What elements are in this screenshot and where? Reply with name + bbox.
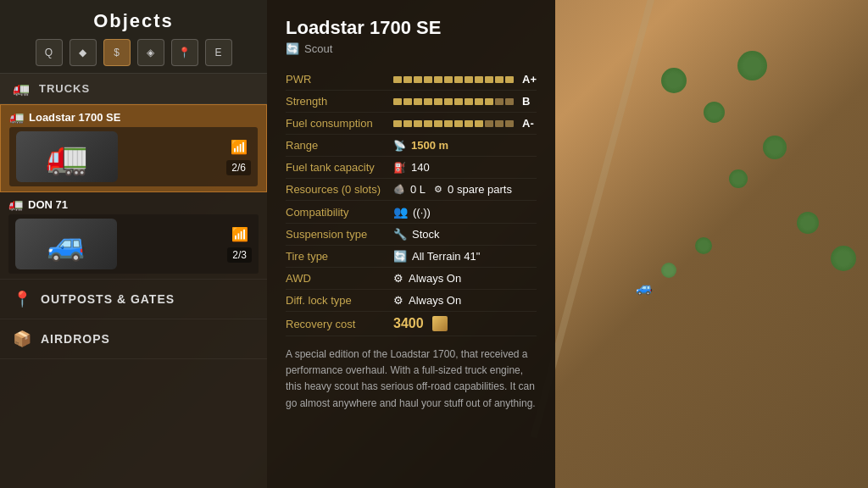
stat-value-recovery-cost: 3400 (393, 312, 537, 336)
stat-row-compatibility: Compatibility 👥 ((·)) (286, 201, 537, 224)
stats-table: PWR A+ (286, 69, 537, 336)
suspension-value: Stock (412, 228, 440, 241)
stat-label-pwr: PWR (286, 69, 393, 91)
detail-panel: Loadstar 1700 SE 🔄 Scout PWR (267, 0, 555, 488)
resources-gear-icon: ⚙ (434, 184, 442, 195)
fuel-tank-icon: ⛽ (393, 162, 406, 174)
vehicle-don71-image (15, 219, 117, 269)
stat-value-fuel-consumption: A- (393, 113, 537, 134)
range-icon: 📡 (393, 140, 406, 152)
suspension-icon: 🔧 (393, 228, 407, 241)
sidebar: Objects Q ◆ $ ◈ 📍 E 🚛 TRUCKS 🚛 Loadstar … (0, 0, 267, 488)
vehicle-don71-count: 2/3 (227, 247, 252, 263)
map-tree (695, 237, 712, 254)
vehicle-don71-side-info: 📶 2/3 (227, 226, 252, 263)
map-tree (797, 212, 819, 234)
vehicle-loadstar-name: Loadstar 1700 SE (29, 111, 120, 124)
vehicle-don71-name: DON 71 (28, 198, 68, 211)
diff-lock-value: Always On (409, 294, 461, 307)
stat-value-awd: ⚙ Always On (393, 268, 537, 289)
fuel-tank-value: 140 (411, 161, 430, 174)
vehicle-loadstar-icon: 🚛 (9, 110, 24, 124)
stat-row-strength: Strength B (286, 91, 537, 113)
detail-title: Loadstar 1700 SE (286, 17, 537, 39)
stat-row-resources: Resources (0 slots) 🪨 0 L ⚙ 0 spare part… (286, 179, 537, 201)
awd-icon: ⚙ (393, 272, 403, 285)
resources-rock-icon: 🪨 (393, 184, 405, 195)
vehicle-item-don71[interactable]: 🚛 DON 71 📶 2/3 (0, 192, 267, 280)
stat-row-awd: AWD ⚙ Always On (286, 268, 537, 290)
outposts-icon: 📍 (13, 290, 32, 308)
vehicle-don71-header: 🚛 DON 71 (8, 197, 259, 211)
filter-btn-q[interactable]: Q (36, 39, 63, 66)
pwr-bar (393, 76, 514, 83)
filter-btn-e[interactable]: E (205, 39, 232, 66)
stat-row-recovery-cost: Recovery cost 3400 (286, 312, 537, 336)
vehicle-loadstar-image (16, 131, 118, 182)
coins-icon (432, 316, 448, 331)
vehicle-don71-icon: 🚛 (8, 197, 23, 211)
map-tree (737, 51, 767, 80)
detail-subtitle: 🔄 Scout (286, 42, 537, 55)
stat-row-fuel-consumption: Fuel consumption A- (286, 113, 537, 135)
stat-label-suspension: Suspension type (286, 224, 393, 246)
stat-label-compatibility: Compatibility (286, 201, 393, 224)
map-tree (704, 102, 725, 123)
sidebar-header: Objects Q ◆ $ ◈ 📍 E (0, 0, 267, 74)
vehicle-loadstar-image-area: 📶 2/6 (9, 127, 258, 186)
airdrops-section[interactable]: 📦 AIRDROPS (0, 319, 267, 359)
stat-value-resources: 🪨 0 L ⚙ 0 spare parts (393, 179, 537, 200)
diff-lock-icon: ⚙ (393, 294, 403, 307)
tire-value: All Terrain 41" (412, 250, 480, 263)
filter-btn-pin[interactable]: 📍 (171, 39, 198, 66)
map-tree (661, 263, 676, 278)
filter-btn-hex[interactable]: ◈ (137, 39, 164, 66)
fuel-consumption-grade: A- (522, 117, 534, 130)
stat-row-pwr: PWR A+ (286, 69, 537, 91)
vehicle-loadstar-count: 2/6 (226, 160, 251, 175)
stat-label-range: Range (286, 135, 393, 157)
filter-btn-diamond[interactable]: ◆ (70, 39, 97, 66)
compatibility-value: ((·)) (413, 206, 431, 219)
stat-value-diff-lock: ⚙ Always On (393, 290, 537, 311)
sidebar-title: Objects (0, 10, 267, 32)
stat-row-diff-lock: Diff. lock type ⚙ Always On (286, 290, 537, 312)
subtitle-arrow-icon: 🔄 (286, 42, 299, 55)
stat-row-suspension: Suspension type 🔧 Stock (286, 224, 537, 246)
map-car-icon: 🚙 (636, 280, 653, 296)
vehicle-description: A special edition of the Loadstar 1700, … (286, 347, 537, 412)
stat-value-suspension: 🔧 Stock (393, 224, 537, 245)
map-tree (729, 169, 748, 188)
stat-label-fuel-tank: Fuel tank capacity (286, 157, 393, 179)
vehicle-item-loadstar[interactable]: 🚛 Loadstar 1700 SE 📶 2/6 (0, 104, 267, 192)
stat-value-pwr: A+ (393, 69, 537, 90)
tire-icon: 🔄 (393, 250, 407, 263)
truck-section-icon: 🚛 (13, 80, 31, 97)
stat-label-recovery-cost: Recovery cost (286, 312, 393, 336)
vehicle-don71-image-area: 📶 2/3 (8, 214, 259, 274)
stat-label-awd: AWD (286, 268, 393, 290)
signal-icon: 📶 (231, 139, 248, 155)
stat-value-tire: 🔄 All Terrain 41" (393, 246, 537, 267)
stat-label-diff-lock: Diff. lock type (286, 290, 393, 312)
airdrops-label: AIRDROPS (41, 332, 110, 346)
pwr-grade: A+ (522, 73, 537, 86)
signal-icon-2: 📶 (231, 226, 248, 242)
resources-liquid-value: 0 L (410, 183, 426, 196)
outposts-gates-section[interactable]: 📍 OUTPOSTS & GATES (0, 280, 267, 319)
stat-row-range: Range 📡 1500 m (286, 135, 537, 157)
vehicle-loadstar-side-info: 📶 2/6 (226, 139, 251, 175)
trucks-section-header[interactable]: 🚛 TRUCKS (0, 74, 267, 104)
awd-value: Always On (409, 272, 461, 285)
map-tree (661, 68, 687, 93)
strength-bar (393, 98, 514, 105)
stat-row-tire: Tire type 🔄 All Terrain 41" (286, 246, 537, 268)
trucks-label: TRUCKS (39, 82, 90, 95)
vehicle-loadstar-header: 🚛 Loadstar 1700 SE (9, 110, 258, 124)
outposts-label: OUTPOSTS & GATES (41, 292, 175, 306)
strength-grade: B (522, 95, 530, 108)
fuel-consumption-bar (393, 120, 514, 127)
subtitle-text: Scout (304, 42, 332, 55)
filter-btn-s[interactable]: $ (103, 39, 131, 66)
stat-value-fuel-tank: ⛽ 140 (393, 157, 537, 178)
